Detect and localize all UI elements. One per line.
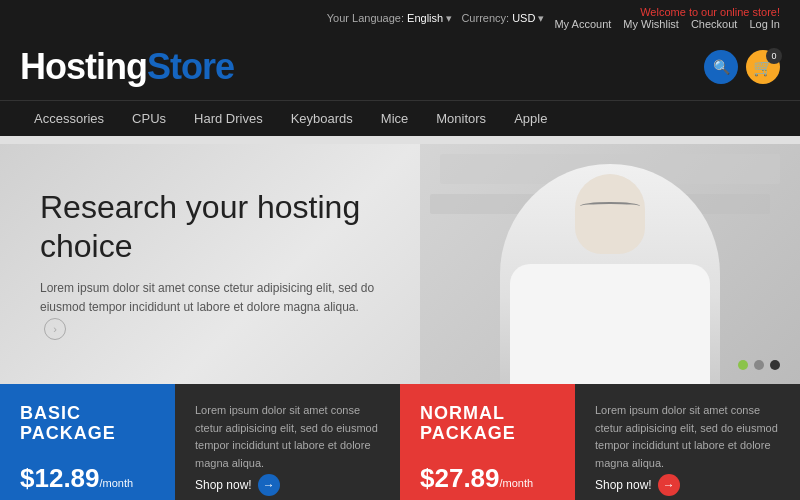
my-account-link[interactable]: My Account [554,18,611,30]
top-bar: Your Language: English ▾ Currency: USD ▾… [20,0,780,36]
nav-item-hard-drives[interactable]: Hard Drives [180,101,277,136]
top-bar-links: My Account My Wishlist Checkout Log In [554,18,780,30]
person-silhouette [500,164,720,384]
hero-description: Lorem ipsum dolor sit amet conse ctetur … [40,279,380,339]
logo: HostingStore [20,46,234,88]
basic-package-desc: Lorem ipsum dolor sit amet conse ctetur … [175,384,400,500]
normal-price-amount: $27.89 [420,463,500,493]
nav-item-cpus[interactable]: CPUs [118,101,180,136]
basic-package: BASICPACKAGE $12.89/month Lorem ipsum do… [0,384,400,500]
nav-item-mice[interactable]: Mice [367,101,422,136]
nav-item-accessories[interactable]: Accessories [20,101,118,136]
logo-store: Store [147,46,234,88]
hero-dot-3[interactable] [770,360,780,370]
nav-item-keyboards[interactable]: Keyboards [277,101,367,136]
hero-dots [738,360,780,370]
normal-price-period: /month [500,477,534,489]
basic-shop-arrow-icon: → [258,474,280,496]
nav-item-monitors[interactable]: Monitors [422,101,500,136]
normal-package-price: $27.89/month [420,463,555,494]
hero-dot-1[interactable] [738,360,748,370]
basic-package-name: BASICPACKAGE [20,404,155,444]
language-value: English [407,12,443,24]
hero-image [420,144,800,384]
normal-package: NORMALPACKAGE $27.89/month Lorem ipsum d… [400,384,800,500]
checkout-link[interactable]: Checkout [691,18,737,30]
basic-shop-now[interactable]: Shop now! → [195,474,380,496]
basic-package-color: BASICPACKAGE $12.89/month [0,384,175,500]
hero-content: Research your hosting choice Lorem ipsum… [0,158,440,369]
normal-shop-label: Shop now! [595,478,652,492]
log-in-link[interactable]: Log In [749,18,780,30]
welcome-message: Welcome to our online store! [640,6,780,18]
search-button[interactable]: 🔍 [704,50,738,84]
hero-banner: Research your hosting choice Lorem ipsum… [0,144,800,384]
language-label-text: Your Language: [327,12,404,24]
main-nav: Accessories CPUs Hard Drives Keyboards M… [0,100,800,136]
currency-value: USD [512,12,535,24]
cart-badge: 0 [766,48,782,64]
currency-label-text: Currency: [461,12,509,24]
cart-button[interactable]: 🛒 0 [746,50,780,84]
hero-title: Research your hosting choice [40,188,400,265]
hero-read-more-arrow[interactable]: › [44,318,66,340]
basic-shop-label: Shop now! [195,478,252,492]
my-wishlist-link[interactable]: My Wishlist [623,18,679,30]
normal-package-description: Lorem ipsum dolor sit amet conse ctetur … [595,402,780,472]
packages-section: BASICPACKAGE $12.89/month Lorem ipsum do… [0,384,800,500]
basic-package-description: Lorem ipsum dolor sit amet conse ctetur … [195,402,380,472]
normal-package-color: NORMALPACKAGE $27.89/month [400,384,575,500]
basic-price-period: /month [100,477,134,489]
site-header: Your Language: English ▾ Currency: USD ▾… [0,0,800,100]
nav-item-apple[interactable]: Apple [500,101,561,136]
logo-hosting: Hosting [20,46,147,88]
header-icons: 🔍 🛒 0 [704,50,780,84]
normal-package-desc: Lorem ipsum dolor sit amet conse ctetur … [575,384,800,500]
basic-price-amount: $12.89 [20,463,100,493]
normal-shop-now[interactable]: Shop now! → [595,474,780,496]
search-icon: 🔍 [713,59,730,75]
normal-shop-arrow-icon: → [658,474,680,496]
normal-package-name: NORMALPACKAGE [420,404,555,444]
hero-dot-2[interactable] [754,360,764,370]
nav-list: Accessories CPUs Hard Drives Keyboards M… [20,101,780,136]
header-divider [0,136,800,144]
main-header: HostingStore 🔍 🛒 0 [20,36,780,100]
basic-package-price: $12.89/month [20,463,155,494]
language-label: Your Language: English ▾ Currency: USD ▾ [327,12,545,25]
